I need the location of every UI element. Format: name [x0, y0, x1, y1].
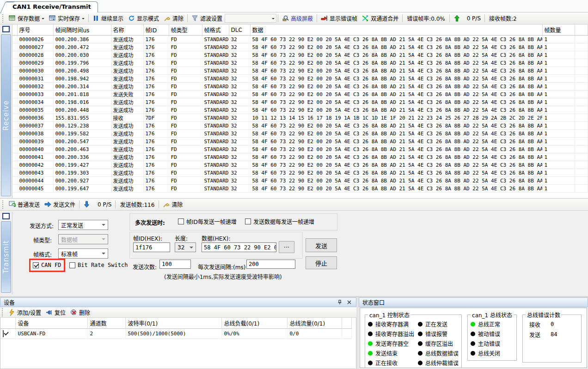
normal-send-icon — [9, 201, 16, 208]
send-interval-input[interactable]: 200 — [246, 260, 295, 269]
table-row[interactable]: 00000036155.831.955接收7DFFDSTANDARD3210 1… — [12, 114, 588, 122]
table-row[interactable]: 00000041000.200.336发送成功176FDSTANDARD3258… — [12, 153, 588, 161]
table-row[interactable]: 00000042000.199.427发送成功176FDSTANDARD3258… — [12, 161, 588, 169]
can-fd-checkbox[interactable]: CAN FD — [33, 262, 61, 268]
transmit-vertical-tab-label: Transmit — [2, 240, 10, 273]
table-row[interactable]: 00000030000.200.498发送成功176FDSTANDARD3258… — [12, 67, 588, 75]
table-row[interactable]: 00000044000.200.927发送成功176FDSTANDARD3258… — [12, 177, 588, 185]
bus-error-count-group: 总线错误计数 接收0发送84 — [522, 311, 582, 363]
table-row[interactable]: 00000032000.200.314发送成功176FDSTANDARD3258… — [12, 83, 588, 91]
filter-settings-label: 滤波设置 — [200, 14, 222, 22]
pin-icon[interactable] — [336, 299, 343, 306]
close-icon[interactable] — [346, 299, 353, 306]
frame-type-label: 帧类型: — [33, 236, 52, 244]
magnifier-icon — [282, 15, 289, 22]
save-data-dropdown-icon[interactable] — [42, 18, 44, 21]
table-row[interactable]: 00000039000.200.547发送成功176FDSTANDARD3258… — [12, 138, 588, 145]
data-more-button[interactable]: ··· — [279, 241, 294, 253]
toolbar-grip[interactable] — [2, 14, 5, 23]
inc-frame-id-checkbox[interactable]: 帧ID每发送一帧递增 — [178, 218, 237, 225]
col-data[interactable]: 数据 — [250, 24, 542, 36]
frame-id-input[interactable]: 1f176 — [133, 242, 170, 252]
transmit-clear-button[interactable]: 清除 — [160, 200, 185, 209]
receive-panel-icon[interactable] — [2, 26, 10, 32]
receive-vertical-tab[interactable]: Receive — [1, 34, 11, 196]
inc-data-checkbox[interactable]: 发送数据每发送一帧递增 — [245, 218, 314, 225]
status-panel-titlebar: 状态窗口 — [359, 297, 588, 307]
send-button[interactable]: 发送 — [306, 238, 337, 252]
bit-rate-switch-checkbox[interactable]: Bit Rate Switch — [69, 262, 128, 268]
table-row[interactable]: 00000038000.199.582发送成功176FDSTANDARD3258… — [12, 130, 588, 138]
clear-button[interactable]: 清除 — [161, 13, 186, 23]
frame-type-select[interactable]: 数据帧 — [58, 234, 108, 244]
filter-settings-button[interactable]: 滤波设置 — [189, 13, 225, 23]
realtime-save-button[interactable]: 实时保存 — [47, 13, 87, 23]
table-row[interactable]: 00000026000.200.386发送成功176FDSTANDARD3258… — [12, 36, 588, 43]
toolbar-grip[interactable] — [2, 308, 4, 316]
table-row[interactable]: 00000043000.199.303发送成功176FDSTANDARD3258… — [12, 169, 588, 177]
col-frame-id[interactable]: 帧ID — [143, 24, 169, 36]
data-hex-input[interactable]: 58 4F 60 73 22 90 E2 00 2 — [202, 242, 276, 252]
save-data-label: 保存数据 — [18, 14, 40, 22]
display-mode-button[interactable]: 显示模式 — [126, 13, 161, 23]
table-row[interactable]: 00000033000.201.818发送失败176FDSTANDARD3258… — [12, 91, 588, 98]
col-seq[interactable]: 序号 — [17, 24, 53, 36]
table-row[interactable]: 00000045000.199.647发送成功176FDSTANDARD3258… — [12, 185, 588, 193]
transmit-vertical-tab[interactable]: Transmit — [1, 221, 11, 293]
table-row[interactable]: 00000031000.198.942发送成功176FDSTANDARD3258… — [12, 75, 588, 83]
device-col-name[interactable]: 设备 — [15, 318, 87, 329]
delete-button[interactable]: 删除 — [68, 308, 92, 317]
table-row[interactable]: 00000035000.200.448发送成功176FDSTANDARD3258… — [12, 106, 588, 114]
col-interval[interactable]: 帧间隔时间us — [53, 24, 111, 36]
advanced-mask-button[interactable]: 高级屏蔽 — [280, 13, 315, 23]
dual-channel-merge-button[interactable]: 双通道合并 — [360, 13, 401, 23]
reset-button[interactable]: 复位 — [43, 308, 68, 317]
device-col-busflow[interactable]: 总线流量(0/1) — [287, 318, 342, 329]
transmit-panel-icon[interactable] — [2, 213, 10, 219]
tab-can1-receive-transmit[interactable]: CAN1 Receive/Transmit — [6, 1, 98, 12]
table-row[interactable]: 00000040000.200.463发送成功176FDSTANDARD3258… — [12, 145, 588, 153]
table-row[interactable]: 00000029000.199.796发送成功176FDSTANDARD3258… — [12, 59, 588, 67]
normal-send-button[interactable]: 普通发送 — [6, 200, 42, 209]
can-fd-checkbox-box[interactable] — [33, 262, 39, 268]
lightning-icon — [8, 309, 15, 316]
col-frame-type[interactable]: 帧类型 — [169, 24, 202, 36]
bit-rate-switch-label: Bit Rate Switch — [78, 262, 128, 268]
col-frame-format[interactable]: 帧格式 — [202, 24, 229, 36]
stop-button[interactable]: 停止 — [306, 256, 337, 269]
table-row[interactable]: 00000027000.200.472发送成功176FDSTANDARD3258… — [12, 43, 588, 51]
realtime-save-dropdown-icon[interactable] — [82, 18, 85, 21]
send-mode-select[interactable]: 正常发送 — [58, 220, 108, 230]
length-select[interactable]: 32 — [175, 242, 196, 252]
col-frame-count[interactable]: 帧数量 — [542, 24, 575, 36]
toolbar-grip[interactable] — [2, 200, 5, 209]
table-row[interactable]: 00000037000.129.238发送成功176FDSTANDARD3258… — [12, 122, 588, 130]
device-row[interactable]: USBCAN-FD 2 500(500)/1000(5000) 0%/0% 0/… — [0, 329, 352, 339]
add-setup-button[interactable]: 添加/设置 — [6, 308, 43, 317]
send-file-button[interactable]: 发送文件 — [42, 200, 78, 209]
inc-data-checkbox-box[interactable] — [245, 218, 251, 224]
device-col-baudrate[interactable]: 波特率(0/1) — [125, 318, 221, 329]
col-name[interactable]: 名称 — [111, 24, 143, 36]
save-data-button[interactable]: 保存数据 — [6, 13, 47, 23]
device-baudrate-cell: 500(500)/1000(5000) — [125, 329, 221, 339]
refresh-icon — [128, 15, 135, 22]
table-row[interactable]: 00000034000.198.016发送成功176FDSTANDARD3258… — [12, 98, 588, 106]
send-times-input[interactable]: 100 — [159, 260, 191, 269]
multi-send-label: 多次发送时: — [135, 218, 165, 226]
transmit-clear-label: 清除 — [172, 200, 183, 208]
device-row-checkbox[interactable] — [3, 330, 4, 337]
device-col-busload[interactable]: 总线负载(0/1) — [221, 318, 287, 329]
col-dlc[interactable]: DLC — [229, 24, 250, 36]
bit-rate-switch-checkbox-box[interactable] — [69, 262, 75, 268]
filter-combobox[interactable] — [225, 14, 276, 23]
error-count-row: 发送84 — [526, 329, 578, 339]
continue-display-button[interactable]: 继续显示 — [90, 13, 126, 23]
frame-format-select[interactable]: 标准帧 — [58, 248, 108, 259]
show-error-frames-button[interactable]: 显示错误帧 — [318, 13, 360, 23]
led-off-icon — [368, 322, 373, 327]
inc-frame-id-checkbox-box[interactable] — [178, 218, 184, 224]
device-col-channels[interactable]: 通道数 — [87, 318, 125, 329]
table-row[interactable]: 00000028000.200.030发送成功176FDSTANDARD3258… — [12, 51, 588, 59]
status-led-item: 接收寄存器溢出 — [368, 329, 414, 339]
